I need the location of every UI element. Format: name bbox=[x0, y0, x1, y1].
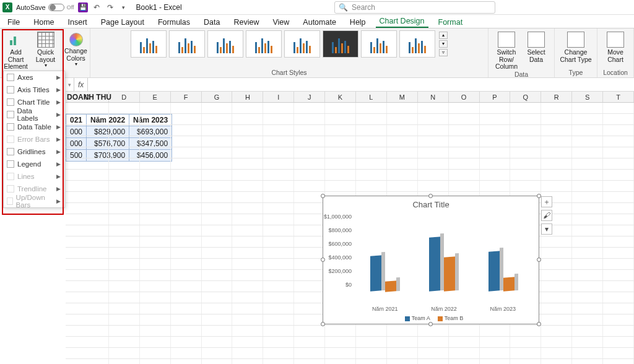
chart-legend[interactable]: Team A Team B bbox=[323, 315, 539, 321]
tab-page-layout[interactable]: Page Layout bbox=[97, 17, 148, 28]
data-group-label: Data bbox=[515, 71, 528, 78]
column-header[interactable]: F bbox=[171, 92, 202, 102]
toggle-icon[interactable] bbox=[48, 4, 64, 11]
column-header[interactable]: T bbox=[603, 92, 634, 102]
change-colors-button[interactable]: Change Colors▾ bbox=[62, 30, 90, 67]
search-box[interactable]: 🔍 Search bbox=[334, 1, 495, 14]
tab-chart-design[interactable]: Chart Design bbox=[376, 15, 428, 28]
resize-handle[interactable] bbox=[537, 194, 541, 198]
quick-layout-button[interactable]: Quick Layout▾ bbox=[32, 30, 60, 76]
column-header[interactable]: I bbox=[263, 92, 294, 102]
change-chart-type-button[interactable]: Change Chart Type bbox=[558, 30, 593, 63]
resize-handle[interactable] bbox=[321, 194, 325, 198]
styles-scroll-up-icon[interactable]: ▴ bbox=[439, 32, 448, 39]
column-header[interactable]: N bbox=[418, 92, 449, 102]
add-chart-element-button[interactable]: Add Chart Element▾ bbox=[2, 30, 30, 76]
chart-bar[interactable] bbox=[385, 280, 396, 292]
select-data-button[interactable]: Select Data bbox=[522, 30, 550, 71]
tab-home[interactable]: Home bbox=[30, 17, 58, 28]
chart-style-7[interactable] bbox=[361, 30, 397, 58]
chart-filters-icon[interactable]: ▾ bbox=[541, 223, 552, 235]
menu-item-gridlines[interactable]: Gridlines▶ bbox=[4, 145, 64, 158]
chart-style-2[interactable] bbox=[169, 30, 205, 58]
menu-item-axes[interactable]: Axes▶ bbox=[4, 71, 64, 84]
tab-review[interactable]: Review bbox=[230, 17, 263, 28]
menu-item-legend[interactable]: Legend▶ bbox=[4, 158, 64, 170]
autosave-toggle[interactable]: AutoSave Off bbox=[16, 4, 74, 11]
column-header[interactable]: G bbox=[202, 92, 233, 102]
chevron-right-icon: ▶ bbox=[56, 111, 61, 118]
column-header[interactable]: M bbox=[387, 92, 418, 102]
column-header[interactable]: H bbox=[232, 92, 263, 102]
chart-style-5[interactable] bbox=[284, 30, 320, 58]
menu-item-trendline: Trendline▶ bbox=[4, 183, 64, 195]
column-header[interactable]: J bbox=[294, 92, 325, 102]
column-header[interactable]: L bbox=[356, 92, 387, 102]
column-headers[interactable]: CDEFGHIJKLMNOPQRST bbox=[66, 92, 634, 103]
column-header[interactable]: E bbox=[140, 92, 171, 102]
menu-item-icon bbox=[6, 123, 15, 131]
chart-style-4[interactable] bbox=[246, 30, 282, 58]
tab-file[interactable]: File bbox=[4, 17, 24, 28]
menu-item-lines: Lines▶ bbox=[4, 170, 64, 183]
tab-data[interactable]: Data bbox=[200, 17, 224, 28]
menu-item-data-table[interactable]: Data Table▶ bbox=[4, 121, 64, 133]
resize-handle[interactable] bbox=[321, 322, 325, 326]
redo-icon[interactable]: ↷ bbox=[105, 2, 115, 12]
chart-style-1[interactable] bbox=[131, 30, 167, 58]
resize-handle[interactable] bbox=[537, 322, 541, 326]
chart-style-8[interactable] bbox=[399, 30, 435, 58]
tab-insert[interactable]: Insert bbox=[64, 17, 91, 28]
menu-item-data-labels[interactable]: Data Labels▶ bbox=[4, 108, 64, 121]
cell-title[interactable]: DOANH THU bbox=[67, 93, 111, 102]
chart-title[interactable]: Chart Title bbox=[323, 196, 539, 210]
column-header[interactable]: O bbox=[449, 92, 480, 102]
change-chart-type-label: Change Chart Type bbox=[558, 49, 593, 63]
menu-item-chart-title[interactable]: Chart Title▶ bbox=[4, 96, 64, 108]
chart-plot-area[interactable]: $0$200,000$400,000$600,000$800,000$1,000… bbox=[355, 210, 532, 297]
worksheet-grid[interactable]: CDEFGHIJKLMNOPQRST DOANH THU 021 Năm 202… bbox=[66, 92, 634, 364]
save-icon[interactable]: 💾 bbox=[78, 2, 88, 12]
tab-format[interactable]: Format bbox=[435, 17, 467, 28]
menu-item-label: Axis Titles bbox=[17, 86, 50, 93]
menu-item-axis-titles[interactable]: Axis Titles▶ bbox=[4, 84, 64, 96]
resize-handle[interactable] bbox=[428, 322, 433, 326]
chart-bar[interactable] bbox=[429, 236, 440, 291]
chart-elements-icon[interactable]: ＋ bbox=[541, 196, 552, 207]
chart-bar[interactable] bbox=[444, 256, 455, 291]
formula-input[interactable] bbox=[88, 78, 634, 91]
formula-bar-chevron-icon[interactable]: ▾ bbox=[66, 82, 74, 88]
column-header[interactable]: Q bbox=[510, 92, 541, 102]
menu-item-up-down-bars: Up/Down Bars▶ bbox=[4, 195, 64, 207]
tab-view[interactable]: View bbox=[269, 17, 293, 28]
column-header[interactable]: P bbox=[480, 92, 511, 102]
column-header[interactable]: R bbox=[541, 92, 572, 102]
qat-more-icon[interactable]: ▾ bbox=[119, 2, 129, 12]
chart-object[interactable]: ＋ 🖌 ▾ Chart Title $0$200,000$400,000$600… bbox=[323, 196, 539, 324]
tab-formulas[interactable]: Formulas bbox=[154, 17, 194, 28]
tab-automate[interactable]: Automate bbox=[299, 17, 340, 28]
chevron-right-icon: ▶ bbox=[56, 161, 61, 167]
add-chart-element-label: Add Chart Element bbox=[2, 49, 30, 71]
chart-style-3[interactable] bbox=[207, 30, 243, 58]
chart-style-6[interactable] bbox=[323, 30, 358, 58]
menu-item-label: Trendline bbox=[17, 185, 47, 193]
chart-bar[interactable] bbox=[503, 277, 515, 291]
column-header[interactable]: K bbox=[325, 92, 356, 102]
chart-styles-gallery[interactable]: ▴ ▾ ▿ bbox=[127, 28, 451, 59]
tab-help[interactable]: Help bbox=[346, 17, 370, 28]
styles-scroll-down-icon[interactable]: ▾ bbox=[439, 40, 448, 48]
column-header[interactable]: D bbox=[109, 92, 140, 102]
styles-more-icon[interactable]: ▿ bbox=[439, 49, 448, 56]
chart-bar[interactable] bbox=[370, 255, 381, 291]
chart-styles-icon[interactable]: 🖌 bbox=[541, 210, 552, 221]
chart-bar[interactable] bbox=[489, 251, 500, 292]
resize-handle[interactable] bbox=[428, 194, 433, 198]
ribbon: Add Chart Element▾ Quick Layout▾ Change … bbox=[0, 28, 634, 78]
move-chart-button[interactable]: Move Chart bbox=[601, 30, 630, 63]
switch-row-column-button[interactable]: Switch Row/ Column bbox=[492, 30, 521, 71]
fx-icon[interactable]: fx bbox=[74, 78, 88, 91]
resize-handle[interactable] bbox=[537, 258, 541, 262]
undo-icon[interactable]: ↶ bbox=[92, 2, 102, 12]
column-header[interactable]: S bbox=[572, 92, 603, 102]
